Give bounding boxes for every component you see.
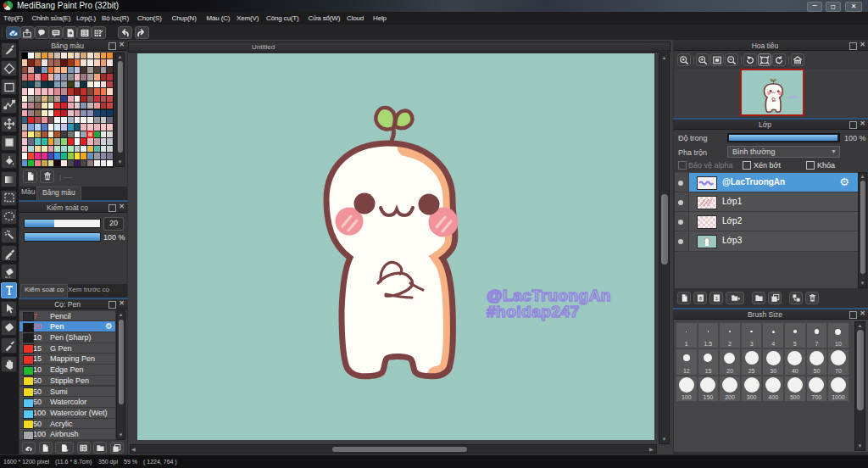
svg-text:8: 8 bbox=[698, 296, 701, 301]
svg-text:1: 1 bbox=[715, 296, 717, 301]
svg-text:#hoidap247: #hoidap247 bbox=[487, 303, 580, 320]
svg-text:@LacTruongAn: @LacTruongAn bbox=[487, 287, 611, 304]
